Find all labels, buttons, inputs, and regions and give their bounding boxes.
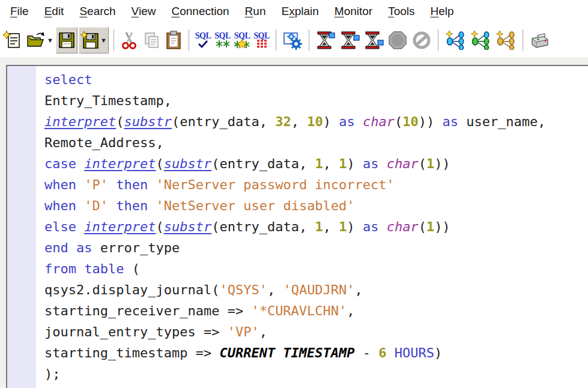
- code-text: end as error_type: [36, 237, 180, 258]
- red-grid-icon: [257, 40, 267, 48]
- new-sql-script-button[interactable]: [1, 27, 24, 53]
- code-line-3[interactable]: 3interpret(substr(entry_data, 32, 10) as…: [7, 111, 588, 132]
- save-floppy-icon: [58, 31, 76, 49]
- menu-item-connection[interactable]: Connection: [163, 2, 237, 20]
- paste-button[interactable]: [163, 27, 184, 53]
- sql-label: SQL: [214, 32, 231, 40]
- code-text: when 'P' then 'NerServer password incorr…: [36, 174, 395, 195]
- menu-item-edit[interactable]: Edit: [37, 2, 72, 20]
- cut-button[interactable]: [118, 27, 140, 53]
- code-line-8[interactable]: 8else interpret(substr(entry_data, 1, 1)…: [7, 216, 588, 237]
- print-button[interactable]: [527, 27, 553, 53]
- code-line-5[interactable]: 5case interpret(substr(entry_data, 1, 1)…: [7, 153, 588, 174]
- save-as-button[interactable]: ▼: [79, 27, 109, 53]
- code-line-9[interactable]: 9end as error_type: [7, 237, 588, 258]
- code-text: Entry_Timestamp,: [36, 90, 172, 111]
- code-line-16[interactable]: 16: [7, 384, 588, 388]
- code-line-11[interactable]: 11qsys2.display_journal('QSYS', 'QAUDJRN…: [7, 279, 588, 300]
- hourglass-icon: [339, 31, 360, 50]
- code-text: interpret(substr(entry_data, 32, 10) as …: [36, 111, 546, 132]
- save-as-dropdown-caret[interactable]: ▼: [100, 37, 107, 44]
- sql-syntax-check-button[interactable]: SQL: [193, 27, 213, 53]
- code-line-2[interactable]: 2Entry_Timestamp,: [7, 90, 588, 111]
- toolbar-separator: [438, 29, 438, 51]
- visual-explain-blue-button[interactable]: [443, 27, 468, 53]
- sql-run-selected-button[interactable]: SQL: [232, 27, 252, 53]
- menu-bar: FileEditSearchViewConnectionRunExplainMo…: [0, 0, 588, 23]
- menu-item-explain[interactable]: Explain: [273, 2, 326, 20]
- hourglass-run-button-3[interactable]: [362, 27, 386, 53]
- sql-run-all-button[interactable]: SQL: [213, 27, 232, 53]
- jdbc-settings-button[interactable]: [280, 27, 305, 53]
- visual-explain-gold-button[interactable]: [493, 27, 518, 53]
- open-folder-icon: [26, 31, 46, 50]
- code-line-13[interactable]: 13journal_entry_types => 'VP',: [7, 321, 588, 342]
- code-text: journal_entry_types => 'VP',: [36, 321, 267, 342]
- code-text: Remote_Address,: [36, 132, 164, 153]
- menu-item-tools[interactable]: Tools: [380, 2, 422, 20]
- cancel-button[interactable]: [410, 27, 434, 53]
- open-sql-script-button[interactable]: ▼: [24, 27, 55, 53]
- stop-octagon-icon: [387, 30, 408, 50]
- hourglass-icon: [315, 31, 336, 50]
- code-text: [36, 384, 44, 388]
- toolbar: ▼ ▼: [0, 23, 588, 57]
- code-line-14[interactable]: 14starting_timestamp => CURRENT TIMESTAM…: [7, 342, 588, 363]
- hourglass-run-button-2[interactable]: [338, 27, 362, 53]
- checkmark-icon: [198, 40, 208, 48]
- code-line-1[interactable]: 1select: [7, 69, 588, 90]
- copy-pages-icon: [142, 31, 161, 50]
- green-runners-icon: [216, 40, 230, 48]
- new-document-icon: [3, 31, 22, 50]
- code-line-10[interactable]: 10from table (: [7, 258, 588, 279]
- code-text: starting_timestamp => CURRENT TIMESTAMP …: [36, 342, 442, 363]
- visual-explain-green-icon: [470, 31, 491, 50]
- sql-label: SQL: [253, 32, 270, 40]
- printer-icon: [529, 31, 551, 50]
- sql-run-to-grid-button[interactable]: SQL: [252, 27, 271, 53]
- code-text: from table (: [36, 258, 140, 279]
- stop-button[interactable]: [386, 27, 410, 53]
- toolbar-separator: [309, 29, 309, 51]
- toolbar-separator: [189, 29, 189, 51]
- code-text: when 'D' then 'NetServer user disabled': [36, 195, 355, 216]
- code-line-4[interactable]: 4Remote_Address,: [7, 132, 588, 153]
- open-dropdown-caret[interactable]: ▼: [47, 37, 53, 44]
- star-runners-icon: [234, 39, 250, 49]
- sql-label: SQL: [195, 32, 211, 40]
- visual-explain-blue-icon: [444, 31, 466, 50]
- menu-item-search[interactable]: Search: [71, 2, 123, 20]
- menu-item-file[interactable]: File: [2, 2, 37, 20]
- visual-explain-green-button[interactable]: [468, 27, 493, 53]
- menu-item-view[interactable]: View: [124, 2, 164, 20]
- visual-explain-gold-icon: [495, 31, 517, 50]
- toolbar-separator: [114, 29, 114, 51]
- menu-item-monitor[interactable]: Monitor: [327, 2, 380, 20]
- code-text: select: [36, 69, 92, 90]
- copy-button[interactable]: [140, 27, 163, 53]
- code-line-12[interactable]: 12starting_receiver_name => '*CURAVLCHN'…: [7, 300, 588, 321]
- toolbar-separator: [276, 29, 276, 51]
- code-text: case interpret(substr(entry_data, 1, 1) …: [36, 153, 450, 174]
- code-line-6[interactable]: 6when 'P' then 'NerServer password incor…: [7, 174, 588, 195]
- code-line-7[interactable]: 7when 'D' then 'NetServer user disabled': [7, 195, 588, 216]
- code-text: qsys2.display_journal('QSYS', 'QAUDJRN',: [36, 279, 363, 300]
- scissors-icon: [120, 31, 138, 50]
- menu-item-run[interactable]: Run: [237, 2, 274, 20]
- code-area[interactable]: 1select2Entry_Timestamp,3interpret(subst…: [7, 66, 588, 388]
- menu-item-help[interactable]: Help: [423, 2, 462, 20]
- sql-editor[interactable]: 1select2Entry_Timestamp,3interpret(subst…: [6, 65, 588, 388]
- toolbar-separator: [523, 29, 523, 51]
- hourglass-icon: [363, 31, 384, 50]
- code-text: starting_receiver_name => '*CURAVLCHN',: [36, 300, 355, 321]
- code-line-15[interactable]: 15);: [7, 363, 588, 384]
- line-number-gutter: [7, 66, 36, 388]
- hourglass-run-button-1[interactable]: [314, 27, 338, 53]
- paste-clipboard-icon: [165, 31, 183, 50]
- code-text: else interpret(substr(entry_data, 1, 1) …: [36, 216, 450, 237]
- no-entry-icon: [411, 30, 432, 50]
- save-button[interactable]: [56, 27, 77, 53]
- window-gears-icon: [282, 31, 303, 50]
- save-as-floppy-icon: [80, 31, 100, 49]
- code-text: );: [36, 363, 61, 384]
